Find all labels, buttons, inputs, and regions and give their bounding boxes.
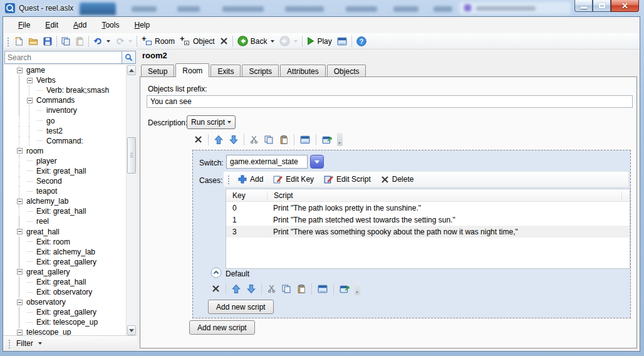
move-down-button[interactable] — [227, 134, 241, 146]
forward-button[interactable] — [277, 34, 300, 48]
tree-item[interactable]: Verbs — [4, 75, 137, 85]
move-up-button[interactable] — [212, 134, 226, 146]
key-column-header[interactable]: Key — [226, 191, 267, 200]
tree-item[interactable]: Second — [4, 176, 137, 186]
tree-item[interactable]: great_gallery — [4, 267, 137, 277]
move-down-button[interactable] — [244, 283, 258, 295]
tab-scripts[interactable]: Scripts — [242, 65, 279, 77]
maximize-button[interactable] — [593, 0, 611, 12]
tree-item[interactable]: great_hall — [4, 227, 137, 237]
paste-button[interactable] — [294, 283, 308, 295]
tab-setup[interactable]: Setup — [141, 65, 174, 77]
tree-item[interactable]: game — [4, 65, 137, 75]
delete-script-button[interactable] — [209, 283, 222, 295]
search-button[interactable] — [122, 51, 136, 64]
copy-button[interactable] — [59, 35, 73, 48]
tree-item[interactable]: reel — [4, 216, 137, 226]
tab-room[interactable]: Room — [175, 63, 209, 77]
popup-window-button[interactable] — [319, 134, 335, 146]
tree-item[interactable]: teapot — [4, 186, 137, 196]
move-up-button[interactable] — [229, 283, 243, 295]
default-expander-button[interactable] — [210, 267, 222, 278]
toolbar-overflow-chip[interactable] — [355, 282, 360, 295]
tree-item[interactable]: room — [4, 146, 137, 156]
tree-collapse-icon[interactable] — [17, 269, 23, 275]
scroll-up-button[interactable] — [127, 65, 136, 75]
open-button[interactable] — [26, 35, 41, 47]
tab-objects[interactable]: Objects — [327, 65, 366, 77]
popup-window-button[interactable] — [337, 283, 352, 295]
code-view-button[interactable] — [315, 283, 330, 295]
copy-button[interactable] — [262, 134, 276, 146]
tree-collapse-icon[interactable] — [17, 68, 23, 73]
edit-key-button[interactable]: Edit Key — [269, 173, 318, 186]
tree-item[interactable]: Exit: great_gallery — [4, 307, 137, 317]
add-new-script-button[interactable]: Add new script — [189, 320, 255, 335]
menu-item-help[interactable]: Help — [128, 18, 156, 32]
tree-item[interactable]: alchemy_lab — [4, 196, 137, 206]
tree-collapse-icon[interactable] — [17, 300, 23, 305]
search-input[interactable] — [4, 51, 122, 64]
tree-item[interactable]: Exit: great_hall — [4, 166, 137, 176]
tree-collapse-icon[interactable] — [17, 330, 23, 335]
delete-script-button[interactable] — [192, 134, 205, 145]
copy-button[interactable] — [279, 283, 293, 295]
title-bar[interactable]: Quest - reel.aslx ✕ — [0, 0, 644, 16]
tree-item[interactable]: Exit: great_hall — [4, 206, 137, 216]
paste-button[interactable] — [277, 134, 291, 146]
tree-item[interactable]: Exit: observatory — [4, 287, 137, 297]
tab-exits[interactable]: Exits — [210, 65, 241, 77]
close-button[interactable]: ✕ — [611, 0, 639, 12]
minimize-button[interactable] — [574, 0, 593, 12]
tree-item[interactable]: Commands — [4, 95, 137, 105]
menu-item-edit[interactable]: Edit — [39, 18, 65, 32]
add-new-script-button-default[interactable]: Add new script — [208, 300, 274, 314]
case-row[interactable]: 1Print "The path stetched west towards t… — [226, 214, 630, 226]
cases-table-header[interactable]: Key Script — [226, 189, 630, 202]
menu-item-add[interactable]: Add — [67, 18, 93, 32]
tree-item[interactable]: Verb: break;smash — [4, 85, 137, 95]
tree-collapse-icon[interactable] — [27, 78, 33, 83]
scroll-down-button[interactable] — [127, 325, 136, 335]
menu-item-file[interactable]: File — [12, 18, 36, 32]
tree-item[interactable]: observatory — [4, 297, 137, 307]
tree-collapse-icon[interactable] — [17, 199, 23, 204]
paste-button[interactable] — [73, 35, 86, 48]
script-column-header[interactable]: Script — [267, 191, 621, 200]
switch-expression-input[interactable] — [226, 155, 308, 169]
help-button[interactable]: ? — [354, 34, 369, 48]
redo-button[interactable] — [113, 35, 135, 47]
scrollbar-thumb[interactable] — [127, 137, 136, 174]
back-button[interactable]: Back — [235, 34, 278, 48]
delete-button[interactable] — [217, 35, 231, 47]
cut-button[interactable] — [265, 283, 278, 295]
tree-collapse-icon[interactable] — [17, 148, 23, 154]
code-view-button[interactable] — [298, 134, 313, 146]
tree-item[interactable]: go — [4, 115, 137, 125]
description-type-dropdown[interactable]: Run script — [187, 115, 236, 129]
tree-item[interactable]: test2 — [4, 126, 137, 136]
tree-item[interactable]: Exit: great_gallery — [4, 257, 137, 267]
tree-item[interactable]: Exit: room — [4, 237, 137, 247]
add-case-button[interactable]: Add — [234, 173, 267, 186]
cut-button[interactable] — [247, 134, 261, 145]
tree-item[interactable]: Exit: great_hall — [4, 277, 137, 287]
add-room-button[interactable]: +Room — [139, 34, 177, 48]
menu-item-tools[interactable]: Tools — [95, 18, 125, 32]
case-row[interactable]: 3Print "There was something spooky about… — [226, 226, 630, 238]
edit-script-button[interactable]: Edit Script — [320, 173, 375, 186]
tree-item[interactable]: Exit: telescope_up — [4, 317, 137, 327]
delete-case-button[interactable]: Delete — [377, 173, 418, 186]
undo-button[interactable] — [91, 35, 113, 47]
objects-list-prefix-input[interactable] — [147, 95, 633, 108]
filter-button[interactable]: Filter — [16, 339, 42, 348]
add-object-button[interactable]: +Object — [177, 34, 217, 48]
tree-item[interactable]: Exit: alchemy_lab — [4, 247, 137, 257]
tree-collapse-icon[interactable] — [17, 229, 23, 234]
log-window-button[interactable] — [335, 35, 350, 48]
save-button[interactable] — [41, 35, 55, 48]
toolbar-overflow-chip[interactable] — [337, 133, 343, 146]
tab-attributes[interactable]: Attributes — [280, 65, 326, 77]
case-row[interactable]: 0Print "The path looks pretty in the sun… — [226, 202, 630, 214]
new-file-button[interactable] — [11, 34, 26, 48]
